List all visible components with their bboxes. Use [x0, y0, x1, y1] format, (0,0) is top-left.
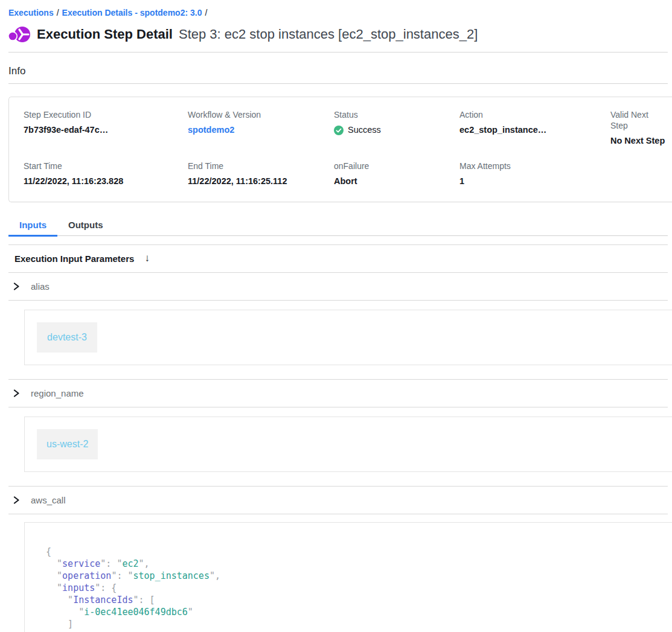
- field-label: Valid Next Step: [610, 109, 667, 131]
- field-start-time: Start Time 11/22/2022, 11:16:23.828: [24, 161, 188, 187]
- down-arrow-icon[interactable]: ↓: [144, 252, 150, 264]
- field-value: Abort: [334, 176, 452, 187]
- field-value: ec2_stop_instance…: [459, 124, 603, 136]
- section-content-alias: devtest-3: [8, 300, 668, 379]
- field-empty: [610, 161, 672, 187]
- section-name: aws_call: [31, 495, 66, 505]
- section-content-aws-call: { "service": "ec2", "operation": "stop_i…: [8, 514, 668, 632]
- workflow-link[interactable]: spotdemo2: [188, 124, 327, 136]
- section-name: alias: [31, 281, 50, 292]
- field-workflow-version: Workflow & Version spotdemo2: [188, 109, 334, 147]
- breadcrumb: Executions/Execution Details - spotdemo2…: [8, 6, 668, 19]
- field-label: End Time: [188, 161, 327, 171]
- field-valid-next-step: Valid Next Step No Next Step: [610, 109, 672, 147]
- page-title: Execution Step Detail: [37, 27, 173, 42]
- field-value: 11/22/2022, 11:16:23.828: [24, 176, 181, 187]
- info-card: Step Execution ID 7b73f93e-edaf-47c… Wor…: [8, 97, 672, 202]
- breadcrumb-link-executions[interactable]: Executions: [8, 8, 54, 18]
- field-value: 7b73f93e-edaf-47c…: [24, 124, 181, 136]
- field-action: Action ec2_stop_instance…: [459, 109, 610, 147]
- params-header: Execution Input Parameters ↓: [8, 244, 668, 272]
- field-value: 11/22/2022, 11:16:25.112: [188, 176, 327, 187]
- chevron-right-icon: [13, 496, 20, 504]
- field-label: onFailure: [334, 161, 452, 171]
- json-code: { "service": "ec2", "operation": "stop_i…: [24, 522, 672, 632]
- field-step-execution-id: Step Execution ID 7b73f93e-edaf-47c…: [24, 109, 188, 147]
- value-box: devtest-3: [24, 310, 672, 365]
- app-logo-icon: [8, 25, 31, 44]
- field-label: Action: [459, 109, 603, 120]
- field-onfailure: onFailure Abort: [334, 161, 459, 187]
- section-name: region_name: [31, 388, 84, 398]
- region-value-chip[interactable]: us-west-2: [37, 429, 98, 459]
- page-subtitle: Step 3: ec2 stop instances [ec2_stop_ins…: [179, 27, 478, 42]
- section-header-alias[interactable]: alias: [8, 272, 668, 300]
- info-section-heading: Info: [8, 65, 668, 84]
- field-end-time: End Time 11/22/2022, 11:16:25.112: [188, 161, 334, 187]
- status-badge: Success: [334, 124, 452, 136]
- title-row: Execution Step Detail Step 3: ec2 stop i…: [8, 25, 668, 53]
- field-value: 1: [459, 176, 603, 187]
- success-check-icon: [334, 126, 344, 135]
- execution-input-parameters: Execution Input Parameters ↓ alias devte…: [8, 244, 668, 632]
- breadcrumb-separator: /: [57, 8, 59, 18]
- field-max-attempts: Max Attempts 1: [459, 161, 610, 187]
- section-header-aws-call[interactable]: aws_call: [8, 486, 668, 514]
- value-box: us-west-2: [24, 417, 672, 472]
- tab-outputs[interactable]: Outputs: [57, 217, 114, 237]
- field-label: Max Attempts: [459, 161, 603, 171]
- field-value: No Next Step: [610, 135, 667, 147]
- field-label: Start Time: [24, 161, 181, 171]
- chevron-right-icon: [13, 389, 20, 397]
- tab-inputs[interactable]: Inputs: [8, 217, 57, 237]
- field-label: Workflow & Version: [188, 109, 327, 120]
- status-text: Success: [348, 124, 381, 136]
- chevron-right-icon: [13, 282, 20, 290]
- field-label: Status: [334, 109, 452, 120]
- section-content-region-name: us-west-2: [8, 407, 668, 486]
- field-label: Step Execution ID: [24, 109, 181, 120]
- breadcrumb-separator: /: [205, 8, 207, 18]
- field-status: Status Success: [334, 109, 459, 147]
- section-header-region-name[interactable]: region_name: [8, 379, 668, 407]
- alias-value-chip[interactable]: devtest-3: [37, 322, 97, 353]
- tab-bar: Inputs Outputs: [8, 217, 668, 236]
- params-header-label: Execution Input Parameters: [14, 254, 134, 264]
- breadcrumb-link-execution-details[interactable]: Execution Details - spotdemo2: 3.0: [62, 8, 202, 18]
- page: Executions/Execution Details - spotdemo2…: [0, 0, 672, 632]
